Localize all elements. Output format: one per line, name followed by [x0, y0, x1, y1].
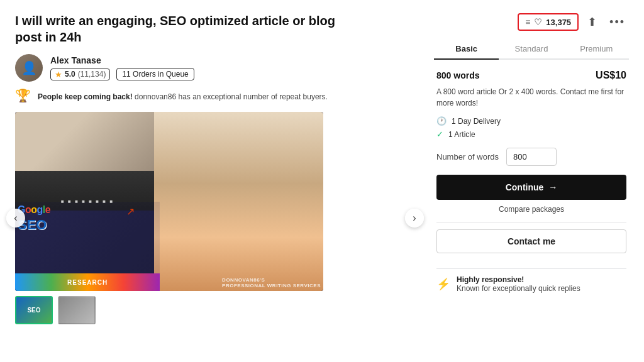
rating-box[interactable]: ★ 5.0 (11,134) — [50, 69, 110, 80]
review-count: (11,134) — [78, 70, 106, 79]
laptop-keys: ■ ■ ■ ■ ■ ■ ■ ■ — [61, 199, 114, 204]
clock-icon: 🕐 — [436, 116, 447, 126]
thumbnail-1[interactable]: SEO — [15, 296, 53, 324]
avatar-image: 👤 — [15, 54, 43, 82]
rating-value: 5.0 — [65, 70, 75, 79]
words-label: Number of words — [436, 152, 499, 162]
seller-name[interactable]: Alex Tanase — [50, 55, 194, 65]
divider-2 — [436, 268, 626, 269]
contact-button[interactable]: Contact me — [436, 229, 626, 253]
right-top-bar: ≡ ♡ 13,375 ⬆ ••• — [434, 13, 629, 31]
compare-link[interactable]: Compare packages — [436, 205, 626, 214]
laptop-section: ■ ■ ■ ■ ■ ■ ■ ■ — [15, 112, 160, 211]
face-image — [154, 112, 324, 291]
repeat-icon: 🏆 — [15, 88, 33, 106]
seller-info: Alex Tanase ★ 5.0 (11,134) 11 Orders in … — [50, 55, 194, 80]
package-description: A 800 word article Or 2 x 400 words. Con… — [436, 86, 626, 109]
package-tabs: Basic Standard Premium — [434, 39, 629, 60]
arrow-right-icon: → — [548, 182, 557, 192]
star-icon: ★ — [55, 70, 62, 79]
package-words: 800 words — [436, 70, 479, 80]
tab-basic[interactable]: Basic — [434, 39, 499, 60]
check-icon: ✓ — [436, 129, 443, 139]
watermark-text: DONNOVAN86'SPROFESSIONAL WRITING SERVICE… — [222, 277, 321, 288]
next-image-button[interactable]: › — [405, 209, 424, 228]
share-button[interactable]: ⬆ — [584, 13, 601, 31]
continue-label: Continue — [506, 182, 544, 192]
queue-badge: 11 Orders in Queue — [116, 68, 194, 80]
package-content: 800 words US$10 A 800 word article Or 2 … — [434, 70, 629, 293]
delivery-label: 1 Day Delivery — [452, 117, 501, 126]
seller-meta: ★ 5.0 (11,134) 11 Orders in Queue — [50, 68, 194, 80]
feature-delivery: 🕐 1 Day Delivery — [436, 116, 626, 126]
package-price: US$10 — [596, 70, 626, 81]
responsive-box: ⚡ Highly responsive! Known for exception… — [436, 275, 626, 293]
thumbnail-strip: SEO — [15, 296, 415, 324]
arrow-up-icon: ↗ — [126, 206, 135, 217]
continue-button[interactable]: Continue → — [436, 175, 626, 200]
feature-article: ✓ 1 Article — [436, 129, 626, 139]
words-input[interactable] — [506, 148, 557, 166]
thumb-seo-label: SEO — [27, 307, 40, 314]
repeat-notice: 🏆 People keep coming back! donnovan86 ha… — [15, 88, 415, 106]
list-icon: ≡ — [525, 17, 530, 27]
save-box[interactable]: ≡ ♡ 13,375 — [518, 13, 579, 31]
avatar: 👤 — [15, 54, 43, 82]
person-section — [154, 112, 324, 291]
tab-standard[interactable]: Standard — [499, 39, 564, 60]
heart-icon: ♡ — [534, 17, 542, 27]
repeat-notice-text: People keep coming back! donnovan86 has … — [38, 92, 328, 101]
lightning-icon: ⚡ — [436, 277, 450, 291]
responsive-text: Highly responsive! Known for exceptional… — [457, 275, 580, 293]
gig-title: I will write an engaging, SEO optimized … — [15, 13, 342, 45]
tab-premium[interactable]: Premium — [564, 39, 629, 60]
package-features: 🕐 1 Day Delivery ✓ 1 Article — [436, 116, 626, 139]
divider-1 — [436, 222, 626, 223]
more-button[interactable]: ••• — [606, 13, 629, 31]
main-image: ■ ■ ■ ■ ■ ■ ■ ■ Google ↗ — [15, 112, 323, 291]
article-label: 1 Article — [448, 130, 475, 139]
thumbnail-2[interactable] — [58, 296, 96, 324]
gallery: ■ ■ ■ ■ ■ ■ ■ ■ Google ↗ — [15, 112, 415, 324]
image-inner: ■ ■ ■ ■ ■ ■ ■ ■ Google ↗ — [15, 112, 323, 291]
research-bar: RESEARCH — [15, 273, 160, 291]
seller-row: 👤 Alex Tanase ★ 5.0 (11,134) 11 Orders i… — [15, 54, 415, 82]
save-count: 13,375 — [546, 18, 571, 27]
words-row: Number of words — [436, 148, 626, 166]
package-header: 800 words US$10 — [436, 70, 626, 81]
prev-image-button[interactable]: ‹ — [6, 209, 25, 228]
